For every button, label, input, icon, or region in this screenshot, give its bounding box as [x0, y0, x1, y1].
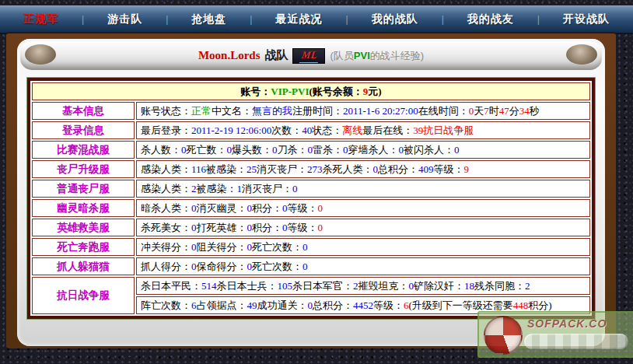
text-segment: 0 [292, 183, 298, 195]
row-values: 感染人类：116 被感染：25 消灭丧尸：273 杀死人类：0 总积分：409 … [136, 160, 590, 178]
text-segment: VIP-PVI [271, 86, 309, 98]
top-navigation: 正规军|游击队|抢地盘|最近战况|我的战队|我的战友|开设战队 [0, 5, 633, 34]
row-label: 死亡奔跑服 [32, 238, 135, 256]
row-label: 普通丧尸服 [32, 180, 135, 198]
text-segment: 514 [201, 280, 217, 292]
stats-table-border: 账号：VIP-PVI(账号余额：9元)基本信息账号状态：正常 中文名：無言的我 … [27, 78, 595, 319]
text-segment: 273 [307, 163, 323, 176]
text-segment: 穿墙杀人： [348, 143, 399, 157]
text-segment: 杀日本军官： [292, 279, 353, 293]
text-segment: 注册时间： [292, 104, 343, 118]
subtitle: (队员PVI的战斗经验) [330, 49, 424, 63]
text-segment: 死亡次数： [252, 260, 303, 274]
text-segment: 等级： [434, 163, 464, 177]
row-values: 冲关得分：0 阻关得分：0 死亡次数：0 [136, 238, 590, 256]
nav-item-6[interactable]: 我的战友 [467, 12, 514, 26]
text-segment: 448 [513, 299, 529, 312]
text-segment: 在线时间： [418, 104, 469, 118]
text-segment: 时 [489, 104, 499, 118]
team-word: 战队 [264, 48, 288, 63]
text-segment: 成功通关： [257, 299, 308, 313]
text-segment: 0 [454, 144, 460, 156]
stats-table-outline: 账号：VIP-PVI(账号余额：9元)基本信息账号状态：正常 中文名：無言的我 … [26, 77, 596, 320]
text-segment: 感染人类： [141, 182, 191, 196]
row-label: 登录信息 [32, 121, 135, 139]
team-badge-text: ML [299, 49, 319, 63]
text-segment: 打死英雄： [197, 221, 247, 235]
text-segment: 40 [302, 124, 312, 137]
text-segment: 正常 [191, 104, 212, 118]
nav-separator: | [346, 14, 348, 25]
row-values: 杀人数：0 死亡数：0 爆头数：0 刀杀：0 雷杀：0 穿墙杀人：0 被闪杀人：… [136, 141, 590, 159]
text-segment: 分 [509, 104, 519, 118]
text-segment: 状态： [312, 124, 342, 138]
text-segment: 409 [418, 163, 434, 176]
row-label: 抓人躲猫猫 [32, 257, 135, 275]
nav-item-5[interactable]: 我的战队 [372, 12, 418, 26]
row-values: 账号状态：正常 中文名：無言的我 注册时间：2011-1-6 20:27:00 … [136, 102, 590, 120]
text-segment: 被感染： [197, 182, 237, 196]
team-header: Moon.Lords 战队 ML (队员PVI的战斗经验) [20, 41, 602, 70]
nav-item-7[interactable]: 开设战队 [563, 12, 610, 26]
row-label: 基本信息 [32, 102, 135, 120]
text-segment: 2 [525, 280, 530, 292]
text-segment: 最后登录： [141, 124, 191, 138]
nav-separator: | [82, 14, 84, 25]
text-segment: 杀死人类： [323, 163, 373, 177]
text-segment: 感染人类： [141, 163, 191, 177]
text-segment: 2011-2-19 12:06:00 [191, 124, 271, 137]
text-segment: 18 [464, 280, 474, 292]
text-segment: 無言的我 [252, 104, 292, 118]
text-segment: 雷杀： [313, 143, 343, 157]
text-segment: 105 [278, 280, 293, 292]
nav-item-4[interactable]: 最近战况 [275, 12, 322, 26]
text-segment: 积分) [528, 299, 551, 313]
row-values: 感染人类：2 被感染：1 消灭丧尸：0 [136, 180, 590, 198]
text-segment: 杀人数： [141, 143, 181, 157]
row-label: 英雄救美服 [32, 219, 135, 236]
nav-separator: | [537, 14, 540, 25]
text-segment: 死亡次数： [252, 240, 303, 254]
nav-item-1[interactable]: 正规军 [23, 12, 58, 26]
text-segment: 刀杀： [278, 143, 308, 157]
team-badge-icon: ML [292, 48, 325, 64]
text-segment: 34 [519, 105, 530, 117]
panel-frame: Moon.Lords 战队 ML (队员PVI的战斗经验) 账号：VIP-PVI… [6, 32, 616, 348]
row-label: 比赛混战服 [32, 141, 135, 159]
text-segment: 暗杀人类： [141, 201, 191, 215]
row-label: 幽灵暗杀服 [32, 199, 135, 217]
text-segment: 0 [318, 202, 323, 215]
row-values: 最后登录：2011-2-19 12:06:00 次数：40 状态：离线 最后在线… [136, 121, 590, 139]
text-segment: 爆头数： [232, 143, 272, 157]
text-segment: 抓人得分： [141, 260, 191, 274]
row-values: 暗杀人类：0 消灭幽灵：0 积分：0 等级：0 [136, 199, 590, 217]
text-segment: 摧毁坦克： [358, 279, 409, 293]
scroll-curl-left-icon [25, 44, 56, 65]
text-segment: 总积分： [378, 163, 418, 177]
text-segment: 残杀同胞： [474, 279, 525, 293]
text-segment: 0 [303, 261, 308, 273]
text-segment: 死亡数： [187, 143, 227, 157]
nav-item-2[interactable]: 游击队 [107, 12, 142, 26]
text-segment: (账号余额： [309, 85, 362, 99]
text-segment: 杀日本士兵： [217, 279, 278, 293]
text-segment: 阻关得分： [197, 240, 247, 254]
row-values: 杀死美女：0 打死英雄：0 积分：0 等级：0 [136, 219, 590, 236]
text-segment: 阵亡次数： [141, 299, 191, 313]
text-segment: 25 [247, 163, 257, 176]
text-segment: 0 [318, 222, 323, 234]
nav-separator: | [250, 14, 252, 25]
text-segment: 总积分： [313, 299, 353, 313]
team-name: Moon.Lords [198, 49, 261, 62]
row-values: 杀日本平民：514 杀日本士兵：105 杀日本军官：2 摧毁坦克：0 铲除汉奸：… [136, 277, 590, 295]
text-segment: 被闪杀人： [404, 143, 454, 157]
subtitle-prefix: (队员 [330, 50, 353, 61]
nav-separator: | [166, 14, 168, 25]
watermark-emboss-bar [524, 334, 628, 349]
text-segment: 最后在线： [362, 124, 413, 138]
text-segment: 等级： [288, 201, 318, 215]
nav-item-3[interactable]: 抢地盘 [191, 12, 226, 26]
account-summary-row: 账号：VIP-PVI(账号余额：9元) [32, 82, 590, 100]
text-segment: 39抗日战争服 [413, 124, 474, 138]
text-segment: 杀日本平民： [141, 279, 201, 293]
